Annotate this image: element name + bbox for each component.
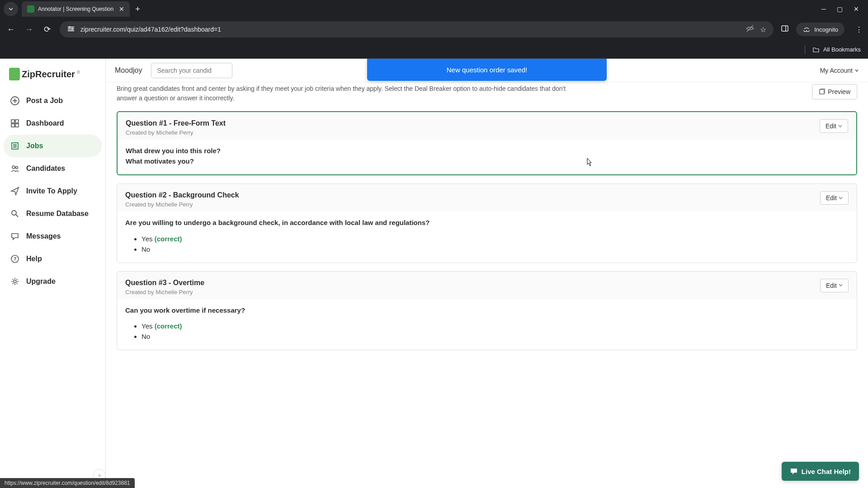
forward-button[interactable]: → <box>24 25 34 34</box>
tab-favicon <box>27 5 34 13</box>
all-bookmarks-button[interactable]: All Bookmarks <box>812 46 861 53</box>
incognito-label: Incognito <box>814 26 838 33</box>
site-settings-icon[interactable] <box>67 25 75 34</box>
url-text: ziprecruiter.com/quiz/ad47a162/edit?dash… <box>80 26 740 33</box>
minimize-button[interactable]: ─ <box>821 5 826 13</box>
tab-close-button[interactable]: ✕ <box>113 5 124 13</box>
window-controls: ─ ▢ ✕ <box>821 5 864 13</box>
close-window-button[interactable]: ✕ <box>854 5 859 13</box>
tab-title: Annotator | Screening Question <box>38 6 113 12</box>
back-button[interactable]: ← <box>5 25 16 34</box>
address-bar[interactable]: ziprecruiter.com/quiz/ad47a162/edit?dash… <box>60 21 774 38</box>
browser-tab[interactable]: Annotator | Screening Question ✕ <box>22 1 130 17</box>
svg-point-3 <box>69 26 71 28</box>
reload-button[interactable]: ⟳ <box>42 24 52 34</box>
new-tab-button[interactable]: + <box>135 5 140 14</box>
tab-search-button[interactable] <box>4 2 18 16</box>
browser-chrome: Annotator | Screening Question ✕ + ─ ▢ ✕… <box>0 0 868 59</box>
browser-menu-button[interactable]: ⋮ <box>855 25 863 34</box>
svg-line-5 <box>747 25 753 32</box>
maximize-button[interactable]: ▢ <box>837 5 843 13</box>
svg-rect-6 <box>782 26 788 31</box>
svg-point-4 <box>71 28 73 30</box>
tab-bar: Annotator | Screening Question ✕ + ─ ▢ ✕ <box>0 0 868 18</box>
address-bar-row: ← → ⟳ ziprecruiter.com/quiz/ad47a162/edi… <box>0 18 868 41</box>
incognito-eye-icon[interactable] <box>745 24 755 35</box>
svg-rect-2 <box>68 30 74 31</box>
side-panel-icon[interactable] <box>781 24 789 34</box>
incognito-badge[interactable]: Incognito <box>796 23 844 36</box>
bookmarks-bar: All Bookmarks <box>0 41 868 59</box>
bookmark-star-icon[interactable]: ☆ <box>760 25 766 34</box>
bookmarks-label: All Bookmarks <box>823 46 861 53</box>
